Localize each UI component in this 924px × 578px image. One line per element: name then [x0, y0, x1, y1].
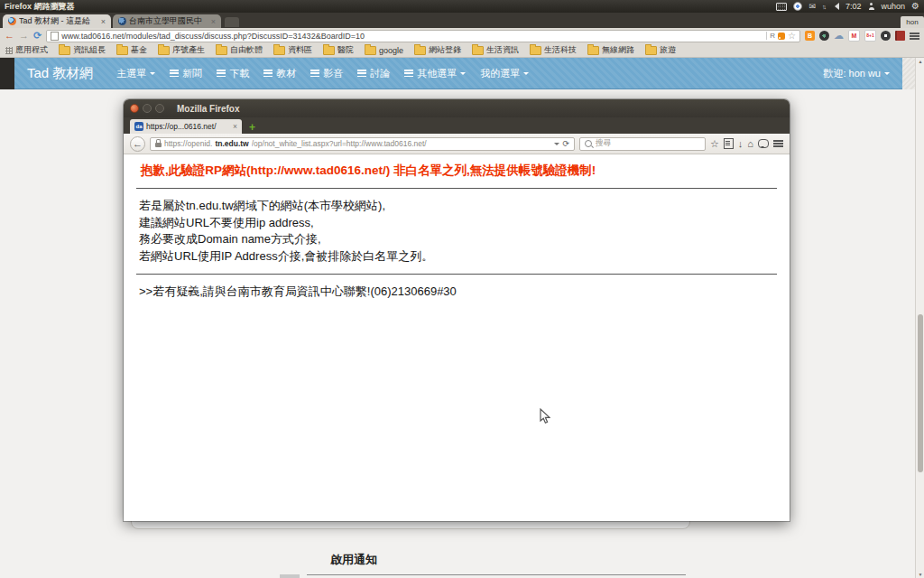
- vertical-scrollbar[interactable]: ▲ ▼: [915, 58, 924, 578]
- bookmark-folder[interactable]: 生活資訊: [472, 44, 519, 56]
- plusone-extension-icon[interactable]: 8+1: [864, 30, 876, 42]
- rss-icon[interactable]: [778, 33, 785, 40]
- bookmark-folder[interactable]: 無線網路: [587, 44, 634, 56]
- menu-news[interactable]: 新聞: [170, 67, 202, 80]
- apps-shortcut[interactable]: 應用程式: [5, 44, 48, 56]
- globe-extension-icon[interactable]: [819, 31, 829, 41]
- bookmark-label: 網站登錄: [429, 44, 461, 56]
- bottom-section-heading: 啟用通知: [14, 552, 693, 568]
- mail-icon[interactable]: ✉: [808, 3, 816, 11]
- tab-close-icon[interactable]: ×: [101, 17, 106, 26]
- cloud-extension-icon[interactable]: ☁: [834, 31, 844, 41]
- page-icon: [51, 32, 59, 41]
- red-book-extension-icon[interactable]: [895, 31, 905, 41]
- notice-line: 建議網站URL不要使用ip address,: [136, 215, 777, 232]
- popup-title-bar[interactable]: Mozilla Firefox: [124, 99, 790, 117]
- search-placeholder: 搜尋: [596, 138, 611, 149]
- gear-icon[interactable]: ⚙: [911, 2, 919, 11]
- blogger-extension-icon[interactable]: B: [805, 31, 815, 41]
- bookmark-folder[interactable]: 自由軟體: [216, 44, 263, 56]
- bookmark-folder[interactable]: google: [365, 46, 403, 55]
- apps-grid-icon: [5, 47, 13, 54]
- bookmark-star-icon[interactable]: ☆: [788, 32, 796, 41]
- folder-icon: [323, 46, 335, 55]
- bookmark-star-icon[interactable]: ☆: [710, 139, 719, 149]
- url-text[interactable]: www.tad0616.net/modules/tad_discuss/disc…: [61, 32, 763, 41]
- chevron-down-icon[interactable]: [554, 143, 559, 148]
- bookmark-label: 生活科技: [544, 44, 577, 56]
- openid-favicon: da: [134, 122, 143, 131]
- bookmark-folder[interactable]: 網站登錄: [414, 44, 461, 56]
- folder-icon: [587, 46, 599, 55]
- mini-tab-hon[interactable]: hon: [901, 16, 924, 28]
- system-bar: Firefox 網路瀏覽器 ✉ ↑↓ 7:02 wuhon ⚙: [0, 0, 924, 13]
- menu-download[interactable]: 下載: [217, 67, 249, 80]
- menu-icon[interactable]: [773, 140, 783, 142]
- username-label[interactable]: wuhon: [882, 2, 906, 11]
- bookmark-folder[interactable]: 旅遊: [645, 44, 676, 56]
- back-button[interactable]: ←: [130, 136, 145, 152]
- back-button[interactable]: ←: [5, 31, 14, 41]
- reload-icon[interactable]: ⟳: [562, 139, 569, 148]
- downloads-icon[interactable]: ↓: [738, 139, 744, 149]
- reload-button[interactable]: ⟳: [33, 31, 42, 41]
- menu-main[interactable]: 主選單: [116, 67, 155, 80]
- bookmark-label: 資料區: [288, 44, 312, 56]
- browser-menu-icon[interactable]: [910, 33, 919, 34]
- bookmark-folder[interactable]: 資訊組長: [59, 44, 106, 56]
- menu-other[interactable]: 其他選單: [404, 67, 466, 80]
- site-brand[interactable]: Tad 教材網: [27, 65, 93, 82]
- app-window-title: Firefox 網路瀏覽器: [5, 1, 75, 13]
- close-window-button[interactable]: [130, 104, 139, 113]
- menu-my[interactable]: 我的選單: [480, 67, 529, 80]
- bookmark-folder[interactable]: 醫院: [323, 44, 354, 56]
- minimize-window-button[interactable]: [143, 104, 152, 113]
- chrome-tray-icon[interactable]: [793, 2, 802, 11]
- lock-icon: [155, 143, 162, 147]
- user-icon[interactable]: [868, 3, 875, 10]
- wheel-extension-icon[interactable]: [881, 31, 891, 41]
- keyboard-indicator-icon[interactable]: [776, 3, 787, 11]
- bookmarks-menu-icon[interactable]: [724, 138, 734, 149]
- new-tab-button[interactable]: +: [249, 121, 255, 134]
- popup-tab[interactable]: da https://op...0616.net/ ×: [130, 119, 242, 134]
- tab-close-icon[interactable]: ×: [233, 122, 237, 131]
- menu-materials[interactable]: 教材: [263, 67, 296, 80]
- menu-label: 影音: [323, 67, 343, 80]
- home-icon[interactable]: ⌂: [747, 139, 753, 149]
- globe-favicon: [118, 17, 126, 25]
- bookmark-folder[interactable]: 基金: [116, 44, 147, 56]
- tab-school-site[interactable]: 台南市立學甲國民中 ×: [113, 14, 221, 28]
- bookmark-folder[interactable]: 序號產生: [158, 44, 205, 56]
- network-arrows-icon[interactable]: ↑↓: [822, 4, 825, 10]
- gmail-extension-icon[interactable]: M: [848, 30, 860, 42]
- list-icon: [217, 70, 226, 77]
- maximize-window-button[interactable]: [155, 104, 164, 113]
- bookmark-folder[interactable]: 生活科技: [530, 44, 577, 56]
- site-header: Tad 教材網 主選單 新聞 下載 教材 影音 討論 其他選單 我的選單 歡迎:…: [14, 58, 902, 89]
- scroll-up-arrow[interactable]: ▲: [916, 59, 924, 64]
- menu-label: 教材: [276, 67, 296, 80]
- bookmark-folder[interactable]: 資料區: [273, 44, 312, 56]
- new-tab-button[interactable]: [225, 17, 239, 27]
- search-input[interactable]: 搜尋: [579, 137, 706, 151]
- sound-icon[interactable]: [831, 3, 839, 10]
- tab-close-icon[interactable]: ×: [211, 17, 216, 26]
- menu-discuss[interactable]: 討論: [357, 67, 390, 80]
- address-bar[interactable]: www.tad0616.net/modules/tad_discuss/disc…: [46, 30, 800, 42]
- reader-icon[interactable]: R: [766, 32, 775, 40]
- tab-label: 台南市立學甲國民中: [129, 15, 208, 27]
- folder-icon: [414, 46, 426, 55]
- bookmark-label: 無線網路: [602, 44, 634, 56]
- hello-chat-icon[interactable]: [758, 139, 769, 148]
- popup-address-bar[interactable]: https://openid. tn.edu.tw /op/not_white_…: [150, 137, 575, 151]
- menu-video[interactable]: 影音: [310, 67, 343, 80]
- popup-tab-label: https://op...0616.net/: [146, 122, 230, 131]
- firefox-favicon: [8, 17, 16, 25]
- clock[interactable]: 7:02: [845, 2, 862, 11]
- forward-button[interactable]: →: [19, 31, 29, 41]
- scroll-down-arrow[interactable]: ▼: [916, 572, 924, 577]
- tab-tad-site[interactable]: Tad 教材網 - 這是給 ×: [3, 14, 111, 28]
- welcome-user-menu[interactable]: 歡迎: hon wu: [823, 67, 890, 80]
- scrollbar-thumb[interactable]: [918, 314, 923, 472]
